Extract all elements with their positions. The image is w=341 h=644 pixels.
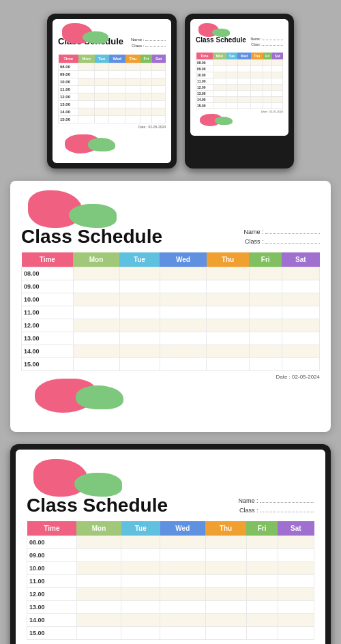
th-mon-bottom: Mon: [76, 521, 121, 536]
table-row: 12.00: [22, 319, 320, 332]
name-field-bottom: Name :: [238, 496, 314, 506]
class-field-1: Class :: [131, 43, 166, 49]
th-mon-1: Mon: [78, 55, 95, 63]
th-wed-2: Wed: [237, 53, 251, 60]
table-row: 14.00: [27, 613, 314, 626]
th-mon-2: Mon: [213, 53, 226, 60]
th-sat-2: Sat: [272, 53, 283, 60]
blob-green-bottom-main: [76, 385, 123, 409]
table-row: 11.00: [22, 306, 320, 319]
class-field-main: Class :: [243, 237, 320, 246]
th-sat-bottom: Sat: [278, 521, 314, 536]
name-field-main: Name :: [243, 227, 320, 237]
th-wed-1: Wed: [109, 55, 125, 63]
th-wed-bottom: Wed: [160, 521, 205, 536]
table-row: 13.00: [27, 600, 314, 613]
bottom-blobs-main: [21, 385, 320, 413]
top-blobs-2: [196, 23, 283, 35]
table-row: 10.00: [59, 78, 166, 86]
schedule-table-1: Time Mon Tue Wed Thu Fri Sat 08.00 09.00…: [58, 55, 166, 123]
card-title-bottom: Class Schedule: [27, 496, 168, 515]
schedule-table-2: Time Mon Tue Wed Thu Fri Sat 08.00 09.00…: [196, 53, 283, 109]
th-wed-main: Wed: [160, 252, 207, 267]
table-row: 08.00: [27, 536, 314, 548]
card-header-2: Class Schedule Name : Class :: [196, 37, 283, 47]
card-info-1: Name : Class :: [131, 37, 166, 49]
table-row: 14.00: [59, 108, 166, 116]
tablet-top-left: Class Schedule Name : Class : Time Mon T…: [47, 14, 177, 169]
table-row: 09.00: [22, 280, 320, 293]
card-title-main: Class Schedule: [21, 227, 162, 246]
table-row: 15.00: [59, 116, 166, 123]
card-title-2: Class Schedule: [196, 37, 246, 44]
table-row: 13.00: [59, 101, 166, 108]
schedule-card-1: Class Schedule Name : Class : Time Mon T…: [53, 19, 171, 163]
blob-green-1: [83, 31, 108, 44]
top-blobs-main: [21, 190, 320, 223]
name-field-1: Name :: [131, 37, 166, 43]
blob-green-bottom-t: [74, 473, 122, 497]
tablet-screen-1: Class Schedule Name : Class : Time Mon T…: [53, 19, 171, 163]
blob-green-main: [69, 204, 117, 228]
top-blobs-1: [58, 23, 166, 35]
th-thu-2: Thu: [251, 53, 263, 60]
table-row: 15.00: [22, 357, 320, 370]
table-row: 12.00: [196, 85, 283, 91]
table-row: 10.00: [27, 561, 314, 574]
th-fri-1: Fri: [140, 55, 152, 63]
card-info-main: Name : Class :: [243, 227, 320, 247]
date-line-2: Date : 02-05-2024: [196, 110, 283, 113]
card-info-2: Name : Class :: [250, 37, 283, 47]
th-sat-main: Sat: [282, 252, 319, 267]
th-time-bottom: Time: [27, 521, 77, 536]
tablet-screen-bottom: Class Schedule Name : Class : Time Mon T…: [16, 450, 325, 644]
table-row: 10.00: [196, 72, 283, 78]
table-row: 08.00: [196, 60, 283, 66]
schedule-table-bottom: Time Mon Tue Wed Thu Fri Sat 08.00 09.00…: [27, 521, 314, 640]
table-row: 13.00: [196, 91, 283, 97]
th-fri-main: Fri: [249, 252, 282, 267]
table-row: 11.00: [27, 574, 314, 587]
table-row: 09.00: [196, 66, 283, 72]
schedule-card-2: Class Schedule Name : Class : Time Mon T…: [190, 19, 288, 136]
th-fri-bottom: Fri: [246, 521, 278, 536]
th-tue-bottom: Tue: [121, 521, 160, 536]
table-row: 08.00: [22, 267, 320, 280]
th-sat-1: Sat: [152, 55, 166, 63]
date-line-1: Date : 02-05-2024: [58, 125, 166, 129]
card-info-bottom: Name : Class :: [238, 496, 314, 516]
schedule-table-main: Time Mon Tue Wed Thu Fri Sat 08.00 09.00…: [21, 252, 320, 371]
table-row: 09.00: [59, 71, 166, 78]
table-row: 15.00: [27, 626, 314, 639]
table-row: 08.00: [59, 63, 166, 71]
tablet-bottom: Class Schedule Name : Class : Time Mon T…: [10, 444, 331, 644]
table-row: 12.00: [27, 587, 314, 600]
th-thu-main: Thu: [207, 252, 249, 267]
blob-green-2: [212, 29, 230, 37]
table-row: 15.00: [196, 103, 283, 109]
th-time-1: Time: [59, 55, 78, 63]
th-fri-2: Fri: [263, 53, 272, 60]
tablet-screen-2: Class Schedule Name : Class : Time Mon T…: [190, 19, 288, 136]
table-row: 14.00: [196, 97, 283, 103]
th-tue-1: Tue: [95, 55, 109, 63]
bottom-blobs-1: [58, 133, 166, 153]
class-field-2: Class :: [250, 42, 283, 48]
bottom-blobs-2: [196, 115, 283, 126]
table-row: 10.00: [22, 293, 320, 306]
th-thu-bottom: Thu: [205, 521, 246, 536]
th-thu-1: Thu: [125, 55, 140, 63]
name-field-2: Name :: [250, 37, 283, 42]
table-row: 14.00: [22, 345, 320, 357]
th-mon-main: Mon: [73, 252, 119, 267]
table-row: 12.00: [59, 93, 166, 101]
top-tablets-row: Class Schedule Name : Class : Time Mon T…: [10, 14, 331, 169]
blob-green-bottom-1: [88, 138, 115, 151]
table-row: 11.00: [59, 86, 166, 93]
th-time-2: Time: [196, 53, 213, 60]
card-header-main: Class Schedule Name : Class :: [21, 227, 320, 247]
card-header-bottom: Class Schedule Name : Class :: [27, 496, 314, 516]
schedule-card-main: Class Schedule Name : Class : Time Mon T…: [10, 181, 331, 432]
class-field-bottom: Class :: [238, 506, 314, 515]
th-time-main: Time: [22, 252, 74, 267]
